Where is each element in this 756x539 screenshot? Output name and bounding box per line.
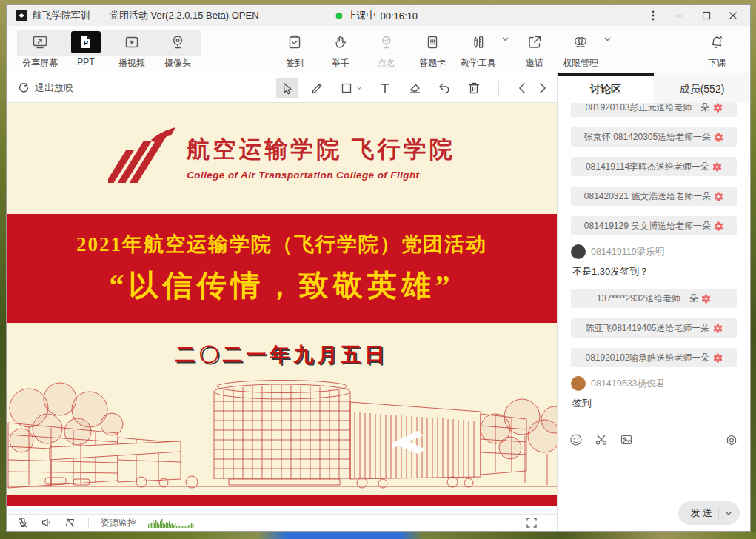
desktop-taskbar-strip — [0, 532, 756, 539]
divider — [88, 518, 89, 528]
notice-text: 081920102喻承皓送给老师一朵 — [585, 352, 709, 364]
class-end-button[interactable]: 下课 — [694, 30, 740, 70]
resource-monitor-waveform — [148, 518, 194, 528]
ppt-button[interactable]: P PPT — [63, 30, 109, 70]
gift-notice: 081920102喻承皓送给老师一朵 — [571, 348, 737, 367]
media-control-bar: 资源监控 — [7, 514, 557, 531]
eraser-tool[interactable] — [404, 78, 426, 98]
fullscreen-icon[interactable] — [526, 517, 538, 529]
sidebar: 讨论区 成员(552) 081920103彭正元送给老师一朵 张京怀 08142… — [558, 73, 750, 531]
app-window: 航飞学院军训——党团活动 Ver(2.2.0.15 Beta) OPEN 上课中… — [6, 4, 751, 532]
cursor-tool[interactable] — [276, 78, 298, 98]
title-bar: 航飞学院军训——党团活动 Ver(2.2.0.15 Beta) OPEN 上课中… — [7, 5, 750, 26]
flower-icon — [713, 353, 723, 363]
user-name: 081419533杨倪君 — [591, 378, 665, 390]
gift-notice: 081419129 吴文博送给老师一朵 — [571, 216, 737, 235]
undo-tool[interactable] — [433, 78, 455, 98]
school-name-en: College of Air Transportation College of… — [187, 170, 455, 181]
building-illustration — [7, 377, 557, 495]
user-name: 081419119梁乐明 — [591, 246, 664, 258]
permissions-button[interactable]: 权限管理 — [558, 30, 611, 70]
text-tool[interactable] — [374, 78, 396, 98]
status-dot — [335, 13, 342, 19]
flower-icon — [714, 221, 723, 231]
gift-notice: 081920103彭正元送给老师一朵 — [571, 103, 737, 117]
window-title: 航飞学院军训——党团活动 Ver(2.2.0.15 Beta) OPEN — [33, 9, 259, 22]
message-text: 签到 — [572, 397, 737, 410]
teaching-tools-button[interactable]: 教学工具 — [455, 30, 509, 70]
shape-tool[interactable] — [335, 78, 367, 98]
next-page-button[interactable] — [539, 83, 546, 93]
chat-toolbar — [558, 426, 750, 452]
chat-message: 081419533杨倪君 签到 — [571, 376, 737, 410]
close-button[interactable] — [722, 7, 744, 24]
notice-text: 081419129 吴文博送给老师一朵 — [584, 220, 711, 232]
pen-tool[interactable] — [306, 78, 328, 98]
raise-hand-icon — [332, 30, 349, 55]
chat-input-area[interactable] — [558, 452, 750, 495]
avatar — [571, 376, 586, 391]
gift-notice: 081419114李晖杰送给老师一朵 — [571, 157, 737, 176]
screenshot-scissors-icon[interactable] — [595, 433, 608, 446]
raise-hand-button[interactable]: 举手 — [318, 30, 364, 70]
gift-notice: 081420321 施文浩送给老师一朵 — [571, 187, 737, 206]
chat-settings-gear-icon[interactable] — [725, 433, 738, 446]
mic-muted-icon[interactable] — [17, 517, 29, 529]
chat-message: 081419119梁乐明 不是1.30发签到？ — [571, 244, 737, 278]
divider — [498, 81, 499, 96]
speaker-icon[interactable] — [41, 517, 53, 529]
camera-button[interactable]: 摄像头 — [155, 30, 201, 70]
more-menu-icon[interactable] — [642, 7, 664, 24]
roll-call-icon — [378, 30, 395, 55]
chevron-down-icon — [604, 37, 611, 41]
permissions-icon — [571, 30, 590, 55]
play-video-icon — [123, 30, 141, 55]
notice-text: 137****2932送给老师一朵 — [597, 292, 698, 305]
ppt-slide: 航空运输学院 飞行学院 College of Air Transportatio… — [7, 103, 557, 506]
divider — [718, 507, 719, 519]
answer-card-icon — [424, 30, 441, 55]
sign-in-button[interactable]: 签到 — [272, 30, 318, 70]
notice-text: 081420321 施文浩送给老师一朵 — [584, 190, 711, 203]
resource-monitor-label: 资源监控 — [101, 517, 136, 529]
invite-button[interactable]: 邀请 — [512, 30, 558, 70]
tab-members[interactable]: 成员(552) — [654, 73, 750, 103]
message-text: 不是1.30发签到？ — [572, 265, 737, 278]
flower-icon — [713, 103, 723, 113]
image-icon[interactable] — [620, 433, 633, 446]
avatar — [571, 244, 586, 259]
emoji-icon[interactable] — [569, 433, 583, 446]
tab-discussion[interactable]: 讨论区 — [558, 73, 654, 103]
main-toolbar: 分享屏幕 P PPT 播视频 摄像头 — [7, 26, 750, 73]
app-logo-icon — [16, 10, 27, 21]
notice-text: 081920103彭正元送给老师一朵 — [585, 103, 709, 114]
prev-page-button[interactable] — [518, 83, 526, 93]
status-time: 00:16:10 — [380, 10, 418, 21]
slide-bottom-band — [7, 495, 557, 506]
clear-tool[interactable] — [463, 78, 485, 98]
maximize-button[interactable] — [695, 7, 717, 24]
pointer-muted-icon[interactable] — [64, 517, 76, 529]
slide-stage: 航空运输学院 飞行学院 College of Air Transportatio… — [7, 103, 557, 514]
gift-notice: 137****2932送给老师一朵 — [571, 289, 737, 308]
ppt-icon: P — [71, 30, 101, 55]
notice-text: 陈亚飞081419405送给老师一朵 — [585, 322, 709, 335]
college-logo-icon — [108, 127, 176, 187]
gift-notice: 陈亚飞081419405送给老师一朵 — [571, 318, 737, 338]
play-video-button[interactable]: 播视频 — [109, 30, 155, 70]
roll-call-button[interactable]: 点名 — [364, 30, 409, 70]
flower-icon — [712, 162, 722, 172]
message-list[interactable]: 081920103彭正元送给老师一朵 张京怀 081420305送给老师一朵 0… — [558, 103, 750, 426]
send-button[interactable]: 发 送 — [678, 501, 740, 525]
banner-title: 2021年航空运输学院（飞行学院）党团活动 — [76, 231, 487, 258]
chevron-down-icon — [356, 86, 362, 90]
flower-icon — [714, 192, 723, 201]
invite-icon — [526, 30, 543, 55]
slide-date: 二〇二一年九月五日 — [7, 341, 557, 368]
share-screen-button[interactable]: 分享屏幕 — [17, 30, 63, 70]
flower-icon — [714, 133, 723, 142]
exit-slideshow-button[interactable]: 退出放映 — [17, 81, 73, 95]
minimize-button[interactable] — [669, 7, 691, 24]
class-end-bell-icon — [708, 30, 726, 55]
answer-card-button[interactable]: 答题卡 — [409, 30, 455, 70]
